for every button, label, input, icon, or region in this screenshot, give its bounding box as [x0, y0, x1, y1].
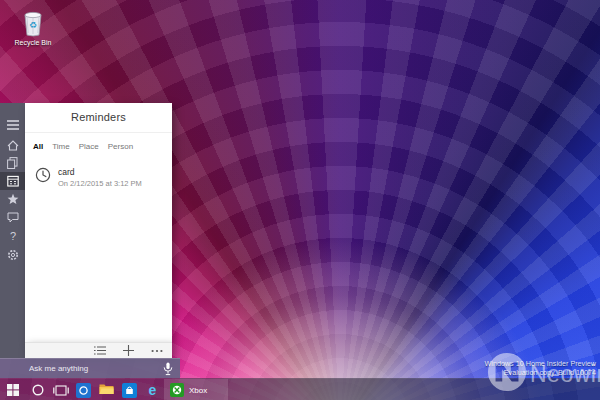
task-view-button[interactable]	[49, 379, 72, 400]
cortana-search-bar[interactable]	[0, 358, 180, 378]
windows-feedback-icon	[76, 383, 91, 398]
reminders-icon[interactable]	[0, 172, 25, 190]
reminder-item[interactable]: card On 2/12/2015 at 3:12 PM	[35, 167, 142, 188]
taskbar: e Xbox 4:34 PM	[0, 378, 600, 400]
file-explorer-icon	[99, 381, 114, 399]
tab-time[interactable]: Time	[52, 142, 69, 151]
notebook-icon[interactable]	[0, 154, 25, 172]
file-explorer-button[interactable]	[95, 379, 118, 400]
panel-title: Reminders	[25, 111, 172, 123]
reminder-title: card	[58, 167, 142, 177]
cortana-nav-rail: ?	[0, 103, 25, 358]
home-icon[interactable]	[0, 136, 25, 154]
xbox-app-label: Xbox	[189, 386, 207, 395]
windows-feedback-app-button[interactable]	[72, 379, 95, 400]
tab-person[interactable]: Person	[108, 142, 133, 151]
reminder-details: On 2/12/2015 at 3:12 PM	[58, 179, 142, 188]
tab-all[interactable]: All	[33, 142, 43, 151]
help-icon[interactable]: ?	[0, 227, 25, 245]
internet-explorer-icon: e	[149, 383, 157, 397]
svg-text:♻: ♻	[29, 20, 37, 30]
panel-divider	[25, 132, 172, 133]
favorites-star-icon[interactable]	[0, 190, 25, 208]
search-input[interactable]	[29, 364, 163, 373]
svg-text:?: ?	[9, 230, 15, 242]
start-button[interactable]	[0, 379, 26, 400]
menu-icon[interactable]	[0, 116, 25, 134]
settings-gear-icon[interactable]	[0, 246, 25, 264]
list-view-icon[interactable]	[94, 346, 106, 355]
internet-explorer-button[interactable]: e	[141, 379, 164, 400]
cortana-reminders-panel: Reminders All Time Place Person card On …	[25, 103, 172, 342]
cortana-search-button[interactable]	[26, 379, 49, 400]
store-button[interactable]	[118, 379, 141, 400]
recycle-bin-icon: ♻	[10, 7, 56, 37]
xbox-taskbar-button[interactable]: Xbox	[164, 379, 228, 400]
xbox-icon	[170, 383, 184, 397]
recycle-bin[interactable]: ♻ Recycle Bin	[10, 7, 56, 46]
recycle-bin-label: Recycle Bin	[10, 39, 56, 46]
reminder-filter-tabs: All Time Place Person	[33, 142, 133, 151]
add-reminder-icon[interactable]	[123, 345, 134, 356]
microphone-icon[interactable]	[163, 362, 173, 376]
clock-icon	[35, 167, 51, 187]
more-options-icon[interactable]	[151, 349, 163, 353]
store-icon	[122, 383, 137, 398]
panel-footer-bar	[25, 342, 172, 358]
tab-place[interactable]: Place	[79, 142, 99, 151]
feedback-icon[interactable]	[0, 208, 25, 226]
desktop: ♻ Recycle Bin ? Reminders	[0, 0, 600, 400]
